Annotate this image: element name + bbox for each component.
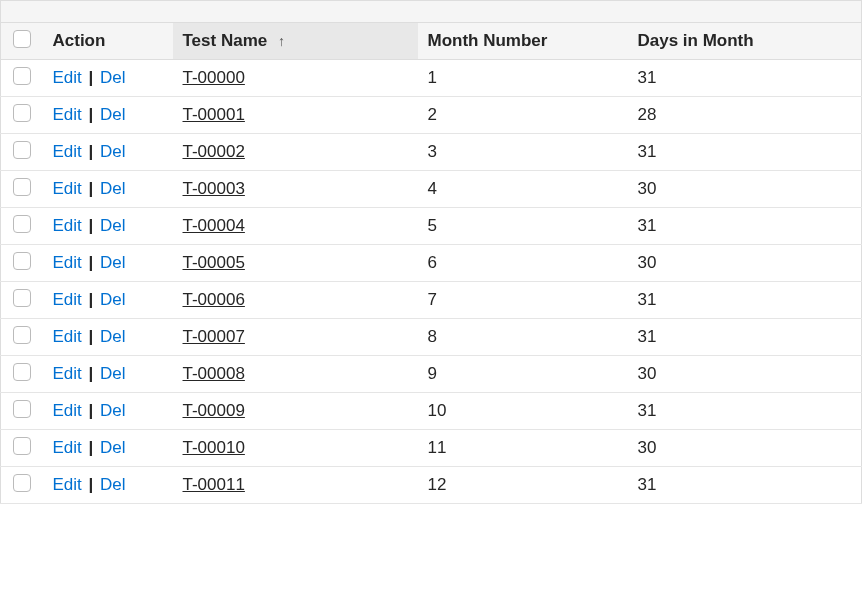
edit-link[interactable]: Edit: [53, 401, 82, 420]
action-separator: |: [84, 290, 98, 309]
edit-link[interactable]: Edit: [53, 438, 82, 457]
row-month-number-cell: 11: [418, 430, 628, 467]
row-checkbox[interactable]: [13, 289, 31, 307]
edit-link[interactable]: Edit: [53, 327, 82, 346]
table-row: Edit | DelT-000101130: [1, 430, 862, 467]
table-row: Edit | DelT-000091031: [1, 393, 862, 430]
header-test-name[interactable]: Test Name ↑: [173, 23, 418, 60]
test-name-link[interactable]: T-00000: [183, 68, 245, 87]
delete-link[interactable]: Del: [100, 401, 126, 420]
table-row: Edit | DelT-00006731: [1, 282, 862, 319]
row-checkbox-cell: [1, 60, 43, 97]
row-test-name-cell: T-00007: [173, 319, 418, 356]
row-test-name-cell: T-00005: [173, 245, 418, 282]
row-month-number-cell: 12: [418, 467, 628, 504]
test-name-link[interactable]: T-00003: [183, 179, 245, 198]
edit-link[interactable]: Edit: [53, 216, 82, 235]
row-checkbox-cell: [1, 467, 43, 504]
edit-link[interactable]: Edit: [53, 68, 82, 87]
edit-link[interactable]: Edit: [53, 105, 82, 124]
table-row: Edit | DelT-00002331: [1, 134, 862, 171]
test-name-link[interactable]: T-00009: [183, 401, 245, 420]
test-name-link[interactable]: T-00002: [183, 142, 245, 161]
row-days-in-month-cell: 31: [628, 319, 862, 356]
row-action-cell: Edit | Del: [43, 282, 173, 319]
delete-link[interactable]: Del: [100, 438, 126, 457]
header-month-number[interactable]: Month Number: [418, 23, 628, 60]
row-checkbox-cell: [1, 319, 43, 356]
delete-link[interactable]: Del: [100, 142, 126, 161]
delete-link[interactable]: Del: [100, 216, 126, 235]
row-checkbox[interactable]: [13, 474, 31, 492]
delete-link[interactable]: Del: [100, 475, 126, 494]
edit-link[interactable]: Edit: [53, 364, 82, 383]
delete-link[interactable]: Del: [100, 364, 126, 383]
edit-link[interactable]: Edit: [53, 142, 82, 161]
row-days-in-month-cell: 31: [628, 60, 862, 97]
test-name-link[interactable]: T-00005: [183, 253, 245, 272]
edit-link[interactable]: Edit: [53, 475, 82, 494]
row-days-in-month-cell: 31: [628, 208, 862, 245]
row-checkbox-cell: [1, 430, 43, 467]
row-month-number-cell: 2: [418, 97, 628, 134]
row-test-name-cell: T-00004: [173, 208, 418, 245]
row-action-cell: Edit | Del: [43, 208, 173, 245]
row-action-cell: Edit | Del: [43, 134, 173, 171]
edit-link[interactable]: Edit: [53, 179, 82, 198]
row-checkbox[interactable]: [13, 67, 31, 85]
row-checkbox[interactable]: [13, 400, 31, 418]
row-days-in-month-cell: 31: [628, 393, 862, 430]
table-row: Edit | DelT-00007831: [1, 319, 862, 356]
table-row: Edit | DelT-000111231: [1, 467, 862, 504]
edit-link[interactable]: Edit: [53, 253, 82, 272]
row-test-name-cell: T-00000: [173, 60, 418, 97]
row-test-name-cell: T-00003: [173, 171, 418, 208]
row-checkbox-cell: [1, 356, 43, 393]
row-action-cell: Edit | Del: [43, 467, 173, 504]
table-row: Edit | DelT-00000131: [1, 60, 862, 97]
test-name-link[interactable]: T-00010: [183, 438, 245, 457]
test-name-link[interactable]: T-00001: [183, 105, 245, 124]
header-days-in-month[interactable]: Days in Month: [628, 23, 862, 60]
top-toolbar-strip: [0, 0, 862, 22]
row-test-name-cell: T-00009: [173, 393, 418, 430]
row-checkbox[interactable]: [13, 141, 31, 159]
row-checkbox[interactable]: [13, 326, 31, 344]
delete-link[interactable]: Del: [100, 253, 126, 272]
row-days-in-month-cell: 31: [628, 134, 862, 171]
row-month-number-cell: 5: [418, 208, 628, 245]
row-days-in-month-cell: 28: [628, 97, 862, 134]
test-name-link[interactable]: T-00011: [183, 475, 245, 494]
row-checkbox[interactable]: [13, 178, 31, 196]
action-separator: |: [84, 216, 98, 235]
row-checkbox[interactable]: [13, 363, 31, 381]
row-checkbox[interactable]: [13, 215, 31, 233]
row-days-in-month-cell: 30: [628, 171, 862, 208]
row-month-number-cell: 10: [418, 393, 628, 430]
delete-link[interactable]: Del: [100, 290, 126, 309]
table-row: Edit | DelT-00001228: [1, 97, 862, 134]
edit-link[interactable]: Edit: [53, 290, 82, 309]
row-days-in-month-cell: 31: [628, 282, 862, 319]
header-action[interactable]: Action: [43, 23, 173, 60]
delete-link[interactable]: Del: [100, 179, 126, 198]
row-checkbox[interactable]: [13, 104, 31, 122]
test-name-link[interactable]: T-00004: [183, 216, 245, 235]
delete-link[interactable]: Del: [100, 327, 126, 346]
row-action-cell: Edit | Del: [43, 356, 173, 393]
row-test-name-cell: T-00010: [173, 430, 418, 467]
row-days-in-month-cell: 31: [628, 467, 862, 504]
row-checkbox[interactable]: [13, 252, 31, 270]
row-checkbox-cell: [1, 393, 43, 430]
select-all-checkbox[interactable]: [13, 30, 31, 48]
row-action-cell: Edit | Del: [43, 393, 173, 430]
row-month-number-cell: 6: [418, 245, 628, 282]
row-checkbox[interactable]: [13, 437, 31, 455]
delete-link[interactable]: Del: [100, 68, 126, 87]
test-name-link[interactable]: T-00007: [183, 327, 245, 346]
row-action-cell: Edit | Del: [43, 319, 173, 356]
test-name-link[interactable]: T-00006: [183, 290, 245, 309]
row-test-name-cell: T-00008: [173, 356, 418, 393]
test-name-link[interactable]: T-00008: [183, 364, 245, 383]
delete-link[interactable]: Del: [100, 105, 126, 124]
